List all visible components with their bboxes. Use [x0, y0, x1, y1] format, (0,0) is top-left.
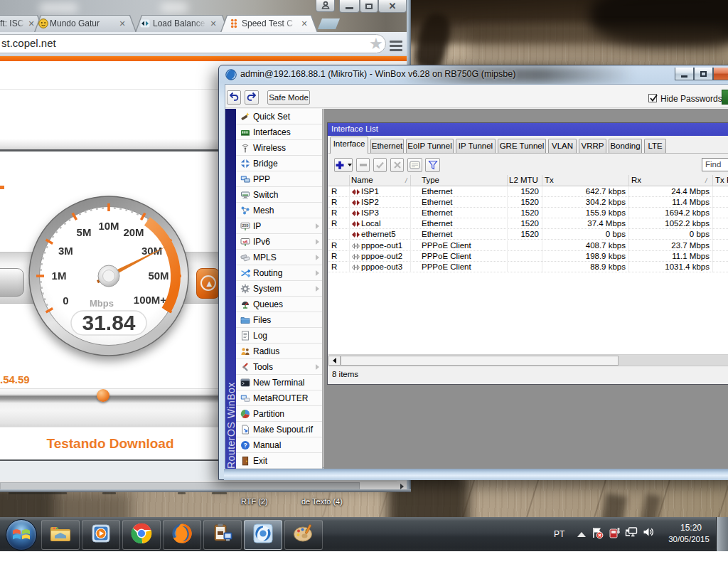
tray-clock-date[interactable]: 30/05/2015 [665, 535, 712, 543]
upload-button[interactable]: ▲ [196, 268, 220, 299]
sidebar-item-ip[interactable]: 255IP [236, 218, 322, 234]
sidebar-item-make-supout-rif[interactable]: Make Supout.rif [236, 422, 322, 437]
winbox-minimize-button[interactable] [675, 68, 694, 80]
interface-list-hscrollbar[interactable] [328, 354, 728, 366]
interface-row-Local[interactable]: RLocalEthernet152037.4 Mbps1052.2 kbps [328, 218, 728, 229]
sidebar-item-exit[interactable]: Exit [236, 453, 322, 469]
address-bar[interactable] [0, 34, 386, 53]
find-box[interactable]: Find [702, 158, 728, 171]
column-header-tx-pa[interactable]: Tx Pa [715, 176, 728, 184]
browser-tab-mundo-gatur[interactable]: Mundo Gatur✕ [34, 15, 136, 32]
column-header-l2-mtu[interactable]: L2 MTU [509, 176, 538, 184]
interface-row-ethernet5[interactable]: ethernet5Ethernet15200 bps0 bps [328, 229, 728, 240]
interface-row-pppoe-out3[interactable]: Rpppoe-out3PPPoE Client88.9 kbps1031.4 k… [328, 262, 728, 272]
sidebar-item-system[interactable]: System [236, 281, 322, 297]
interface-table-header[interactable]: Name/TypeL2 MTUTxRx/Tx Pa [328, 175, 728, 186]
sidebar-item-metarouter[interactable]: MetaROUTER [236, 390, 322, 406]
browser-minimize-button[interactable] [339, 0, 360, 13]
sidebar-item-partition[interactable]: Partition [236, 406, 322, 422]
iflist-tab-ip-tunnel[interactable]: IP Tunnel [456, 139, 496, 154]
url-text[interactable]: st.copel.net [1, 37, 56, 49]
tray-expand-icon[interactable] [577, 532, 586, 537]
sidebar-item-files[interactable]: Files [236, 312, 322, 328]
interface-list-titlebar[interactable]: Interface List ✕ [328, 123, 728, 136]
iflist-tab-interface[interactable]: Interface [330, 137, 368, 154]
column-header-name[interactable]: Name [351, 176, 373, 184]
interface-row-ISP2[interactable]: RISP2Ethernet1520304.2 kbps11.4 Mbps [328, 197, 728, 208]
sidebar-item-bridge[interactable]: Bridge [236, 156, 322, 171]
taskbar-app-media-player[interactable] [82, 520, 120, 550]
sidebar-item-quick-set[interactable]: Quick Set [236, 109, 322, 124]
bookmark-star-icon[interactable]: ★ [369, 35, 383, 53]
iflist-tab-bonding[interactable]: Bonding [609, 139, 642, 154]
progress-slider-handle[interactable] [97, 389, 109, 402]
browser-profile-button[interactable] [316, 0, 335, 12]
sidebar-item-manual[interactable]: ?Manual [236, 437, 322, 453]
sidebar-item-tools[interactable]: Tools [236, 359, 322, 375]
taskbar-app-clipboard-app[interactable] [203, 520, 242, 550]
column-header-tx[interactable]: Tx [545, 176, 554, 184]
iflist-tab-vlan[interactable]: VLAN [548, 139, 577, 154]
tab-close-icon[interactable]: ✕ [209, 19, 218, 28]
interface-row-pppoe-out1[interactable]: Rpppoe-out1PPPoE Client408.7 kbps23.7 Mb… [328, 240, 728, 251]
iflist-tab-vrrp[interactable]: VRRP [579, 139, 606, 154]
column-header-type[interactable]: Type [422, 176, 439, 184]
browser-maximize-button[interactable] [360, 0, 378, 13]
iflist-tab-eoip-tunnel[interactable]: EoIP Tunnel [406, 139, 454, 154]
browser-tab-speed-test-c[interactable]: Speed Test C✕ [220, 15, 318, 32]
winbox-maximize-button[interactable] [694, 68, 713, 80]
iflist-tab-gre-tunnel[interactable]: GRE Tunnel [498, 139, 546, 154]
tab-close-icon[interactable]: ✕ [118, 19, 127, 28]
start-button[interactable] [6, 519, 37, 551]
taskbar-app-explorer[interactable] [41, 520, 80, 550]
winbox-close-button[interactable]: ✕ [713, 68, 728, 80]
sidebar-item-ppp[interactable]: PPP [236, 171, 322, 187]
desktop-icon-label[interactable]: RTF (2) [241, 497, 268, 506]
iflist-tab-lte[interactable]: LTE [644, 139, 666, 154]
redo-button[interactable] [245, 90, 259, 105]
browser-tab-load-balance[interactable]: Load Balance✕ [135, 15, 229, 32]
desktop-icon-label[interactable]: de Texto (4) [301, 497, 343, 506]
action-center-icon[interactable] [592, 526, 604, 542]
new-tab-button[interactable] [318, 18, 340, 29]
scroll-left-button[interactable] [328, 356, 341, 366]
show-desktop-button[interactable] [716, 517, 728, 551]
sidebar-item-routing[interactable]: Routing [236, 265, 322, 281]
remove-button[interactable] [356, 158, 370, 172]
usb-device-icon[interactable] [609, 526, 621, 542]
add-button[interactable] [334, 158, 353, 172]
sidebar-item-log[interactable]: Log [236, 328, 322, 344]
sidebar-item-queues[interactable]: Queues [236, 297, 322, 312]
enable-button[interactable] [373, 158, 387, 172]
sidebar-item-new-terminal[interactable]: New Terminal [236, 375, 322, 390]
sidebar-item-interfaces[interactable]: Interfaces [236, 124, 322, 140]
disable-button[interactable] [390, 158, 404, 172]
comment-button[interactable] [407, 158, 422, 172]
sidebar-item-radius[interactable]: Radius [236, 344, 322, 359]
tray-language[interactable]: PT [554, 529, 564, 539]
browser-menu-button[interactable] [390, 38, 402, 53]
undo-button[interactable] [227, 90, 241, 105]
taskbar-app-paint[interactable] [284, 520, 323, 550]
column-header-rx[interactable]: Rx [631, 176, 641, 184]
interface-row-pppoe-out2[interactable]: Rpppoe-out2PPPoE Client198.9 kbps11.1 Mb… [328, 251, 728, 262]
network-icon[interactable] [625, 526, 638, 541]
iflist-tab-ethernet[interactable]: Ethernet [370, 139, 404, 154]
sidebar-item-wireless[interactable]: Wireless [236, 140, 322, 156]
taskbar-app-winbox[interactable] [244, 520, 282, 550]
interface-row-ISP3[interactable]: RISP3Ethernet1520155.9 kbps1694.2 kbps [328, 208, 728, 218]
taskbar-app-chrome[interactable] [122, 520, 161, 550]
tab-close-icon[interactable]: ✕ [300, 19, 309, 28]
browser-close-button[interactable]: ✕ [378, 0, 407, 13]
taskbar-app-firefox[interactable] [163, 520, 201, 550]
sidebar-item-ipv6[interactable]: v6IPv6 [236, 234, 322, 250]
sidebar-item-mesh[interactable]: Mesh [236, 203, 322, 218]
volume-icon[interactable] [643, 526, 655, 541]
scrollbar-thumb[interactable] [341, 356, 619, 366]
download-button[interactable] [0, 268, 24, 297]
sidebar-item-switch[interactable]: Switch [236, 187, 322, 203]
filter-button[interactable] [425, 158, 440, 172]
hide-passwords-checkbox[interactable] [648, 94, 657, 102]
interface-row-ISP1[interactable]: RISP1Ethernet1520642.7 kbps24.4 Mbps [328, 186, 728, 197]
sidebar-item-mpls[interactable]: MPLS [236, 250, 322, 265]
